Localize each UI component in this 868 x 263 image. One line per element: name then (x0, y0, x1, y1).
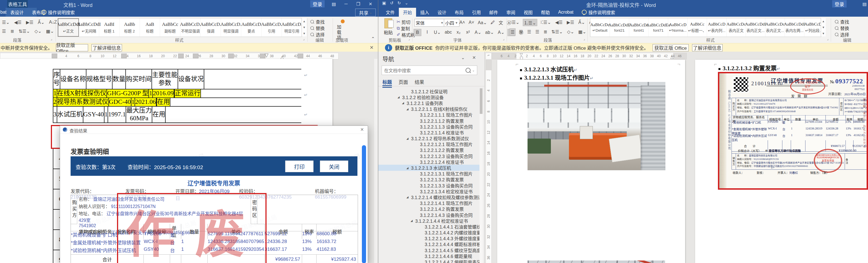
table-cell[interactable]: 水试压机 (57, 107, 83, 123)
nav-tree-item[interactable]: 3.1.2.2.1.3.2 购置发票 (378, 177, 479, 183)
nav-tree-item[interactable]: 3.1.2.2.1.4.4.5 螺纹牙型高度... (378, 247, 479, 253)
nav-scrollbar-thumb[interactable] (480, 88, 483, 114)
learn-more-button[interactable]: 了解详细信息 (91, 44, 122, 52)
expand-arrow-icon[interactable]: ◢ (406, 137, 411, 140)
nav-tree-item[interactable]: 3.1.2.2.1.1.3 设备购买合同 (378, 124, 479, 129)
nav-tree-item[interactable]: 3.1.2.2.1.4.4.7 偏梯形单表牙... (378, 259, 479, 263)
close-button[interactable]: 关闭 (320, 161, 348, 172)
right-horizontal-ruler[interactable]: 642 246810121416182022242628303234363840… (492, 53, 687, 59)
table-cell[interactable]: 1 (149, 90, 153, 97)
ribbon-tab[interactable]: 布局 (451, 8, 468, 17)
table-column-marker[interactable] (52, 54, 57, 58)
nav-tree-item[interactable]: 3.1.2.2.1.4.3 设备购买合同 (378, 212, 479, 218)
table-cell[interactable]: 在用 (157, 98, 170, 106)
nav-tree-item[interactable]: 3.1.2.2.1.1.2 购置发票 (378, 118, 479, 124)
table-cell[interactable]: 视导热系数测试仪 (57, 98, 109, 106)
font-size-combo[interactable]: 小四▼ (444, 19, 459, 27)
save-icon[interactable]: ▣ (382, 1, 386, 5)
style-gallery-item[interactable]: AaBbCc 副标题 (160, 18, 180, 37)
paragraph-tool-icon[interactable]: ☰ (509, 28, 516, 36)
paragraph-tool-icon[interactable]: ◀☰ (13, 19, 23, 26)
font-tool-icon[interactable]: Aa⌄ (477, 20, 488, 26)
nav-tree-item[interactable]: 3.1.2.2.1.4.4.1 石油套管螺纹... (378, 224, 479, 229)
style-gallery-item[interactable]: AaBbCcD 要点 (241, 18, 261, 37)
table-cell[interactable]: GHG-G200P 型 (107, 90, 149, 97)
indent-marker-box[interactable]: ▢ (520, 56, 523, 59)
nav-tree-item[interactable]: ◢ 3.1.2.2.1.1 在线X射线探伤仪 (378, 106, 479, 112)
expand-arrow-icon[interactable]: ◢ (402, 101, 407, 104)
left-tell-me-tab[interactable]: 操作说明搜索 (37, 8, 79, 17)
style-gallery-item[interactable]: AaBb 标题 2 (120, 18, 140, 37)
paragraph-tool-icon[interactable]: ≣ (9, 28, 15, 34)
style-gallery-item[interactable]: AaBbCcDdI ↵正文 (58, 18, 79, 37)
paragraph-tool-icon[interactable]: ⇅☰⌄ (18, 28, 31, 34)
gallery-more-icon[interactable]: ▼ (303, 32, 306, 35)
nav-chevron-down-icon[interactable]: ⌄ (461, 55, 465, 60)
get-genuine-office-button[interactable]: 获取正版 Office (56, 44, 88, 52)
style-gallery-item[interactable]: AaBbCcD ↵表内列... (707, 18, 726, 37)
table-cell[interactable]: 1 (131, 98, 135, 106)
paragraph-tool-icon[interactable]: ▶☰ (566, 19, 575, 26)
table-column-marker[interactable] (298, 54, 303, 58)
photo-worker-console[interactable] (528, 261, 665, 263)
font-tool-icon[interactable]: x₂ (455, 29, 462, 36)
left-close-icon[interactable]: ✕ (366, 0, 375, 8)
warning-close-icon[interactable]: ✕ (370, 45, 374, 51)
table-cell[interactable]: 在线X射线探伤仪 (57, 90, 107, 97)
editing-command[interactable]: 选择 (310, 31, 324, 37)
ribbon-tab[interactable]: 插入 (416, 8, 433, 17)
nav-tree-item[interactable]: 3.1.2.2.1.2.2 购置发票 (378, 147, 479, 153)
table-column-marker[interactable] (228, 54, 234, 58)
paragraph-tool-icon[interactable]: ⁝⁚☰⌄ (540, 19, 552, 26)
nav-tree-item[interactable]: 3.1.2.2.1.4.4.2 内螺纹锥度量规 (378, 230, 479, 235)
ribbon-tab[interactable]: 邮件 (485, 8, 502, 17)
paragraph-dialog-launcher-icon[interactable]: ⌟ (583, 37, 585, 41)
style-gallery-item[interactable]: AaBbCcDc 表内正文 (726, 18, 746, 37)
search-icon[interactable] (466, 68, 470, 73)
styles-dialog-launcher-icon[interactable]: ⌟ (303, 37, 305, 41)
gallery-more-icon[interactable]: ▼ (822, 32, 825, 35)
font-tool-icon[interactable]: A⌄ (497, 29, 505, 36)
table-column-marker[interactable] (178, 54, 184, 58)
editing-command[interactable]: 选择 (834, 31, 849, 37)
expand-arrow-icon[interactable]: ◢ (410, 219, 415, 222)
paragraph-tool-icon[interactable]: A̋⌄ (578, 19, 586, 26)
paragraph-tool-icon[interactable]: ▦⌄ (578, 28, 587, 35)
expand-arrow-icon[interactable]: ◢ (406, 196, 411, 199)
style-gallery-item[interactable]: AaB 标题 (140, 18, 160, 37)
style-gallery-item[interactable]: AaBI 标题 1 (99, 18, 120, 37)
ribbon-tab[interactable]: 引用 (468, 8, 485, 17)
right-ribbon-options-icon[interactable]: ▤ (861, 0, 868, 8)
editing-command[interactable]: 替换 (310, 25, 324, 31)
table-column-marker[interactable] (121, 54, 127, 58)
style-gallery-item[interactable]: AaBbCcD. 明显引用 (282, 18, 302, 37)
font-tool-icon[interactable]: I (424, 29, 431, 36)
table-cell[interactable]: 最大压力 60MPa (126, 107, 152, 123)
indent-marker-first-line[interactable]: ▽ (265, 52, 269, 58)
left-share-button[interactable]: 共享⌄ (355, 9, 376, 17)
style-gallery-item[interactable]: AaBbCcDc ↵列出段... (804, 18, 821, 37)
font-tool-icon[interactable]: ab⌄ (485, 29, 495, 36)
ribbon-tab[interactable]: 帮助 (537, 8, 554, 17)
nav-tree-item[interactable]: 3.1.2.2.1.1.4 校准证书 (378, 129, 479, 135)
table-cell[interactable]: 1 (104, 107, 108, 123)
nav-tree-item[interactable]: 3.1.2.2.1.2.1 现场工作图片 (378, 141, 479, 147)
font-tool-icon[interactable]: x² (464, 29, 472, 36)
paragraph-tool-icon[interactable]: ≣ (542, 28, 548, 35)
clipboard-dialog-launcher-icon[interactable]: ⌟ (408, 37, 410, 41)
style-gallery-item[interactable]: AaBbCcDdI 表内左两... (785, 18, 804, 37)
paragraph-dialog-launcher-icon[interactable]: ⌟ (51, 37, 52, 41)
paragraph-tool-icon[interactable]: ☰ (1, 28, 7, 34)
nav-tree-item[interactable]: 3.1.2.2.1.3.1 现场工作图片 (378, 171, 479, 177)
style-gallery-item[interactable]: AaBbCcDdI 表内正文... (746, 18, 766, 37)
nav-tree-item[interactable]: 3.1.2.2.1.3.4 检定校准证书 (378, 188, 479, 194)
paragraph-tool-icon[interactable]: ☰ (534, 28, 540, 35)
paragraph-tool-icon[interactable]: ⒈☰⌄ (523, 19, 537, 26)
paragraph-tool-icon[interactable]: ⁝☰⌄ (509, 19, 520, 26)
table-cell[interactable]: 1 (53, 90, 57, 97)
ribbon-tab[interactable]: 文件 (382, 8, 399, 17)
right-signin-button[interactable]: 登录 (832, 0, 846, 7)
nav-tree-item[interactable]: 3.1.2.2.1.4.1 现场工作图片 (378, 200, 479, 206)
table-cell[interactable]: 2016.09 (153, 90, 174, 97)
styles-gallery-scroll[interactable]: ▲ ▼ ▼ (302, 18, 307, 36)
